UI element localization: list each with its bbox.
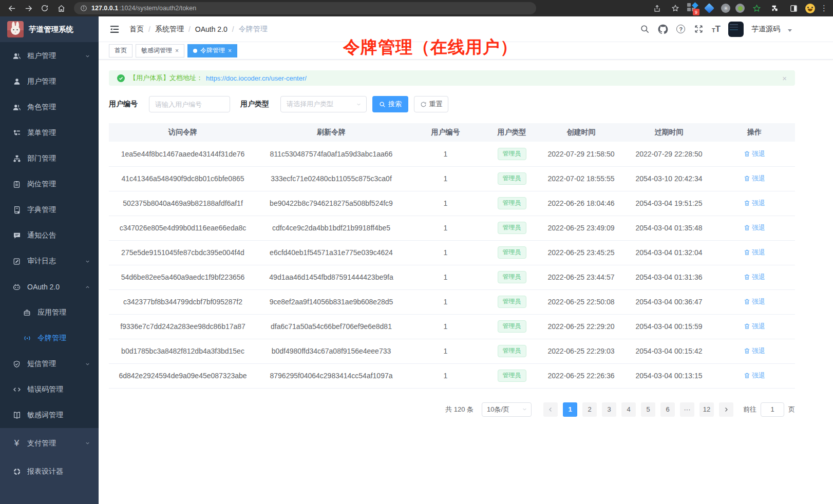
green-dot-icon[interactable] [735, 4, 745, 13]
sidebar-item-token-manage[interactable]: 令牌管理 [0, 325, 99, 351]
force-logout-label: 强退 [752, 322, 765, 331]
sidebar-item-errcode[interactable]: 错误码管理 [0, 377, 99, 402]
caret-down-icon[interactable] [788, 29, 792, 32]
github-icon[interactable] [658, 24, 668, 34]
reset-button[interactable]: 重置 [414, 96, 448, 112]
force-logout-label: 强退 [752, 248, 765, 257]
home-icon[interactable] [54, 2, 68, 15]
tab[interactable]: 敏感词管理 × [136, 44, 184, 57]
force-logout-button[interactable]: 强退 [744, 149, 765, 159]
sidebar-item-dict[interactable]: 字典管理 [0, 197, 99, 223]
tab[interactable]: 首页 × [109, 44, 132, 57]
green-star-icon[interactable] [750, 2, 763, 15]
sidebar-item-label: 部门管理 [27, 154, 56, 163]
doc-alert: 【用户体系】文档地址： https://doc.iocoder.cn/user-… [109, 70, 795, 86]
forward-icon[interactable] [22, 2, 35, 15]
tab[interactable]: 令牌管理 × [187, 44, 237, 57]
menu-dots-icon[interactable]: ⋮ [820, 4, 828, 13]
breadcrumb-oauth[interactable]: OAuth 2.0 [195, 25, 228, 33]
refresh-token-cell: 49d1aa46d1454fbd87591444423be9fa [257, 265, 406, 289]
user-type-badge: 管理员 [498, 172, 526, 185]
user-id-input[interactable] [149, 96, 230, 112]
emoji-icon[interactable] [805, 4, 815, 13]
close-icon[interactable]: × [228, 48, 232, 54]
wireless-icon [23, 334, 31, 343]
close-icon[interactable]: × [175, 48, 179, 54]
trash-icon [744, 323, 750, 329]
split-square-icon[interactable] [787, 2, 800, 15]
sidebar-item-sms[interactable]: 短信管理 [0, 351, 99, 377]
message-icon [12, 231, 21, 240]
page-button[interactable]: 4 [621, 402, 636, 417]
username[interactable]: 芋道源码 [751, 25, 780, 34]
reload-icon[interactable] [38, 2, 51, 15]
extension-icon[interactable]: 9 [687, 3, 697, 13]
breadcrumb-home[interactable]: 首页 [129, 25, 144, 34]
sidebar-item-report-designer[interactable]: 报表设计器 [0, 457, 99, 486]
force-logout-label: 强退 [752, 174, 765, 183]
force-logout-button[interactable]: 强退 [744, 371, 765, 380]
back-icon[interactable] [5, 2, 18, 15]
asterisk-circle-icon[interactable]: ✳ [721, 4, 730, 13]
refresh-token-cell: e6cfd40eb1f54571a31e775e039c4624 [257, 240, 406, 265]
search-button[interactable]: 搜索 [372, 96, 408, 112]
page-button[interactable]: 6 [660, 402, 675, 417]
share-icon[interactable] [650, 2, 664, 15]
user-type-select[interactable]: 请选择用户类型 [280, 96, 367, 112]
actions-cell: 强退 [714, 216, 795, 240]
avatar[interactable] [728, 22, 744, 37]
goto-page-input[interactable] [761, 402, 784, 417]
app-logo[interactable]: 芋道管理系统 [0, 16, 99, 42]
fontsize-icon[interactable]: TT [712, 25, 721, 33]
open-book-icon [12, 411, 21, 420]
star-icon[interactable] [669, 2, 682, 15]
gem-icon[interactable] [703, 2, 716, 15]
sidebar-item-role[interactable]: 角色管理 [0, 94, 99, 120]
sidebar-item-user[interactable]: 用户管理 [0, 69, 99, 94]
sidebar-item-post[interactable]: 岗位管理 [0, 171, 99, 197]
fold-sidebar-icon[interactable] [109, 24, 120, 35]
sidebar-item-pay[interactable]: ¥ 支付管理 [0, 429, 99, 457]
sidebar-item-dept[interactable]: 部门管理 [0, 146, 99, 171]
sidebar-item-sensitive-words[interactable]: 敏感词管理 [0, 402, 99, 428]
puzzle-icon[interactable] [768, 2, 782, 15]
page-button[interactable]: 5 [641, 402, 655, 417]
force-logout-button[interactable]: 强退 [744, 223, 765, 232]
force-logout-button[interactable]: 强退 [744, 346, 765, 356]
force-logout-button[interactable]: 强退 [744, 199, 765, 208]
sidebar-menu: 租户管理 用户管理 角色管理 菜单管理 部门管理 岗位管理 [0, 42, 99, 428]
sidebar-item-notice[interactable]: 通知公告 [0, 223, 99, 248]
fullscreen-icon[interactable] [694, 24, 704, 34]
sidebar-item-oauth[interactable]: OAuth 2.0 [0, 274, 99, 300]
search-icon[interactable] [640, 24, 650, 34]
page-button[interactable]: ··· [680, 402, 694, 417]
user-id-cell: 1 [406, 314, 485, 339]
sidebar-item-app-manage[interactable]: 应用管理 [0, 300, 99, 325]
page-button[interactable]: 1 [563, 402, 577, 417]
access-token-cell: 502375b8040a469a9b82188afdf6af1f [109, 191, 257, 216]
prev-page-button[interactable] [543, 402, 558, 417]
force-logout-button[interactable]: 强退 [744, 174, 765, 183]
page-size-select[interactable]: 10条/页 [482, 402, 532, 417]
close-icon[interactable]: × [782, 74, 787, 82]
force-logout-button[interactable]: 强退 [744, 248, 765, 257]
page-button[interactable]: 12 [699, 402, 714, 417]
table-row: c342377bf8b344799dcbf7bf095287f2 9ce8ef2… [109, 289, 795, 314]
sidebar-item-tenant[interactable]: 租户管理 [0, 43, 99, 69]
next-page-button[interactable] [719, 402, 733, 417]
breadcrumb-system[interactable]: 系统管理 [155, 25, 184, 34]
sidebar-item-menu[interactable]: 菜单管理 [0, 120, 99, 146]
sidebar-item-label: 岗位管理 [27, 180, 56, 189]
alert-doc-link[interactable]: https://doc.iocoder.cn/user-center/ [206, 74, 307, 82]
address-bar[interactable]: 127.0.0.1:1024/system/oauth2/token [74, 2, 536, 14]
force-logout-button[interactable]: 强退 [744, 322, 765, 331]
filter-form: 用户编号 用户类型 请选择用户类型 搜索 重置 [109, 96, 795, 112]
user-id-cell: 1 [406, 289, 485, 314]
help-icon[interactable]: ? [676, 24, 686, 34]
force-logout-button[interactable]: 强退 [744, 297, 765, 306]
page-button[interactable]: 3 [602, 402, 616, 417]
force-logout-button[interactable]: 强退 [744, 273, 765, 282]
user-type-cell: 管理员 [485, 142, 538, 166]
sidebar-item-audit-log[interactable]: 审计日志 [0, 248, 99, 274]
page-button[interactable]: 2 [582, 402, 597, 417]
